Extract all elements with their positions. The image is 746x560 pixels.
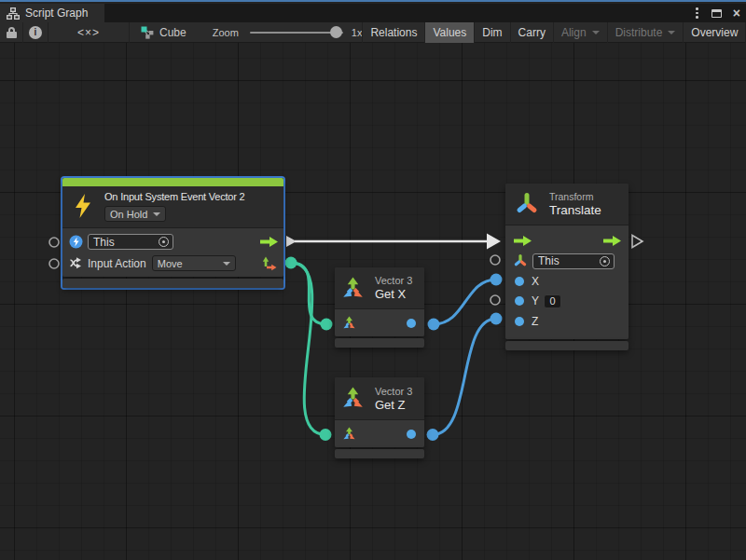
node-on-input-system-event[interactable]: On Input System Event Vector 2 On Hold	[62, 178, 283, 288]
translate-node-category: Transform	[549, 191, 601, 203]
wire-control-flow[interactable]	[286, 234, 501, 250]
control-output-port[interactable]	[603, 236, 621, 246]
translate-z-input-port[interactable]	[515, 317, 524, 326]
input-action-dropdown[interactable]: Move	[152, 255, 236, 271]
getz-node-footer	[335, 449, 424, 458]
getx-node-category: Vector 3	[375, 275, 412, 287]
toolbar-toggle-group: Relations Values Dim Carry Align Distrib…	[362, 22, 746, 43]
relations-button[interactable]: Relations	[362, 22, 424, 43]
control-output-port[interactable]	[260, 237, 278, 247]
dim-button[interactable]: Dim	[474, 22, 509, 43]
carry-button[interactable]: Carry	[510, 22, 553, 43]
target-picker-icon[interactable]	[600, 256, 610, 266]
chevron-down-icon	[153, 212, 160, 216]
code-preview-button[interactable]: <×>	[48, 22, 129, 43]
port-event-target-input[interactable]	[49, 238, 59, 247]
getz-node-header[interactable]: Vector 3 Get Z	[335, 377, 424, 419]
vector2-output-port[interactable]	[261, 255, 278, 271]
graph-name: Cube	[159, 26, 186, 39]
transform-input-port[interactable]	[514, 254, 527, 267]
lightning-bolt-icon	[74, 194, 92, 218]
z-port-label: Z	[532, 315, 538, 328]
graph-canvas[interactable]: On Input System Event Vector 2 On Hold	[0, 43, 746, 560]
getz-node-title: Get Z	[375, 398, 412, 412]
tab-title: Script Graph	[25, 7, 88, 20]
getz-node-category: Vector 3	[375, 386, 412, 398]
getx-node-header[interactable]: Vector 3 Get X	[335, 267, 424, 308]
getx-node-title: Get X	[375, 287, 412, 301]
graph-toolbar: i <×> Cube Zoom 1x Relations Values Dim …	[0, 22, 746, 43]
chevron-down-icon	[592, 31, 600, 34]
port-translate-target-input[interactable]	[490, 255, 500, 265]
y-value-field[interactable]: 0	[544, 294, 561, 308]
vector3-input-port[interactable]	[342, 316, 356, 330]
align-dropdown[interactable]: Align	[553, 22, 607, 43]
getz-float-output-port[interactable]	[407, 430, 416, 439]
player-input-icon	[69, 235, 83, 249]
translate-target-field[interactable]: This	[532, 253, 615, 269]
lock-button[interactable]	[0, 22, 22, 43]
zoom-value: 1x	[352, 27, 363, 38]
values-button[interactable]: Values	[424, 22, 474, 43]
node-vector3-get-z[interactable]: Vector 3 Get Z	[335, 377, 424, 458]
getx-node-footer	[335, 338, 424, 348]
control-input-port[interactable]	[514, 236, 532, 246]
event-target-field[interactable]: This	[88, 234, 173, 250]
maximize-icon[interactable]	[711, 9, 722, 18]
port-translate-control-output[interactable]	[632, 236, 642, 248]
x-port-label: X	[532, 275, 539, 288]
event-mode-dropdown[interactable]: On Hold	[104, 206, 166, 222]
info-button[interactable]: i	[23, 22, 48, 43]
chevron-down-icon	[668, 31, 675, 34]
event-node-title: On Input System Event Vector 2	[104, 191, 245, 202]
zoom-slider-handle[interactable]	[330, 26, 342, 38]
wire-vector2-to-getx[interactable]	[285, 257, 333, 331]
zoom-slider[interactable]	[250, 32, 343, 34]
vector3-icon	[340, 276, 366, 301]
port-event-action-input[interactable]	[49, 259, 59, 268]
graph-asset-icon	[141, 26, 154, 39]
vector3-icon	[340, 386, 366, 411]
node-vector3-get-x[interactable]: Vector 3 Get X	[335, 267, 424, 348]
node-transform-translate[interactable]: Transform Translate	[505, 184, 629, 350]
translate-node-header[interactable]: Transform Translate	[505, 184, 629, 225]
translate-x-input-port[interactable]	[515, 277, 524, 286]
event-node-footer	[62, 279, 283, 288]
close-icon[interactable]: ×	[733, 7, 740, 20]
lock-icon	[7, 27, 17, 38]
getx-float-output-port[interactable]	[407, 319, 416, 328]
event-node-color-bar	[62, 178, 283, 186]
window-menu-icon[interactable]	[694, 6, 700, 20]
input-action-label: Input Action	[88, 257, 146, 270]
translate-node-footer	[505, 341, 629, 350]
y-port-label: Y	[532, 294, 539, 307]
vector3-input-port[interactable]	[342, 427, 356, 441]
transform-icon	[515, 192, 539, 216]
translate-node-title: Translate	[549, 203, 601, 217]
input-action-icon	[69, 256, 83, 270]
script-graph-icon	[7, 7, 20, 20]
target-picker-icon[interactable]	[159, 237, 169, 247]
overview-button[interactable]: Overview	[683, 22, 745, 43]
event-node-header[interactable]: On Input System Event Vector 2 On Hold	[62, 186, 283, 227]
chevron-down-icon	[223, 262, 230, 266]
port-translate-y-input[interactable]	[490, 295, 500, 305]
graph-breadcrumb-button[interactable]: Cube	[130, 22, 198, 43]
script-graph-window: Script Graph × i <×> Cube	[0, 0, 746, 560]
zoom-label: Zoom	[213, 27, 239, 38]
distribute-dropdown[interactable]: Distribute	[607, 22, 684, 43]
tab-bar: Script Graph ×	[0, 4, 746, 22]
wire-vector2-to-getz[interactable]	[291, 263, 332, 441]
info-icon: i	[29, 26, 42, 39]
tab-script-graph[interactable]: Script Graph	[0, 4, 104, 22]
translate-y-input-port[interactable]	[515, 296, 524, 306]
wire-getz-to-z[interactable]	[427, 313, 503, 442]
